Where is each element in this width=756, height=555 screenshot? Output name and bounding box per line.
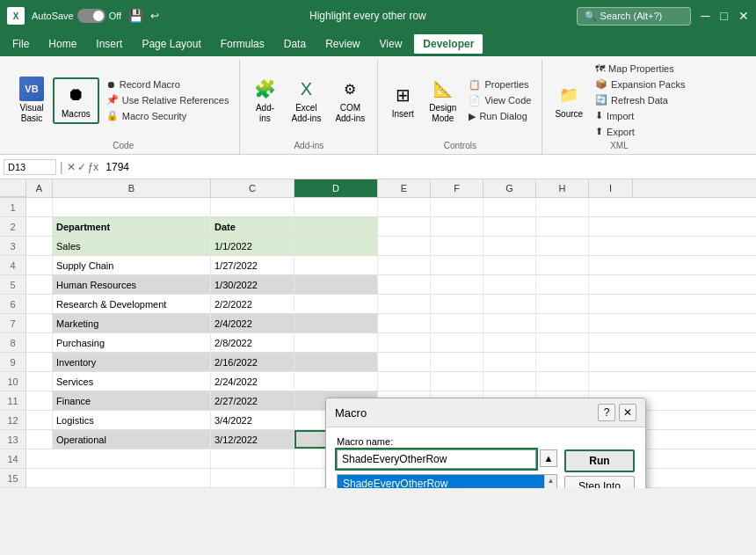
macro-upload-button[interactable]: ▲: [540, 449, 557, 467]
formula-input[interactable]: [102, 159, 752, 175]
cell-a12[interactable]: [26, 411, 53, 429]
cell-c2[interactable]: Date: [211, 217, 294, 236]
cell-d4[interactable]: [294, 256, 378, 274]
addins-button[interactable]: 🧩 Add-ins: [247, 75, 282, 126]
list-item[interactable]: ShadeEveryOtherRow: [338, 475, 556, 488]
cell-b14[interactable]: [26, 449, 211, 468]
cell-a13[interactable]: [26, 430, 53, 449]
cell-f4[interactable]: [431, 256, 483, 274]
cell-h7[interactable]: [536, 314, 589, 332]
cell-d6[interactable]: [294, 295, 378, 313]
excel-addins-button[interactable]: X ExcelAdd-ins: [286, 75, 326, 126]
cell-b6[interactable]: Research & Development: [53, 295, 211, 313]
cell-d10[interactable]: [294, 372, 378, 391]
menu-formulas[interactable]: Formulas: [212, 34, 273, 54]
undo-icon[interactable]: ↩: [150, 10, 159, 22]
cell-e6[interactable]: [378, 295, 431, 313]
cell-b1[interactable]: [53, 198, 211, 216]
cell-d9[interactable]: [294, 353, 378, 371]
cell-g7[interactable]: [483, 314, 536, 332]
cell-b7[interactable]: Marketing: [53, 314, 211, 332]
insert-control-button[interactable]: ⊞ Insert: [385, 81, 420, 120]
cell-a1[interactable]: [26, 198, 53, 216]
expansion-packs-button[interactable]: 📦 Expansion Packs: [592, 77, 688, 91]
cell-e7[interactable]: [378, 314, 431, 332]
cell-a11[interactable]: [26, 391, 53, 410]
cell-g1[interactable]: [483, 198, 536, 216]
cell-h9[interactable]: [536, 353, 589, 371]
cell-c12[interactable]: 3/4/2022: [211, 411, 294, 429]
cell-h4[interactable]: [536, 256, 589, 274]
cell-f10[interactable]: [431, 372, 483, 391]
col-header-g[interactable]: G: [483, 179, 536, 197]
macro-list[interactable]: ShadeEveryOtherRow: [338, 475, 556, 488]
cell-a9[interactable]: [26, 353, 53, 371]
menu-review[interactable]: Review: [316, 34, 368, 54]
visual-basic-button[interactable]: VB VisualBasic: [14, 75, 49, 126]
cell-d5[interactable]: [294, 275, 378, 294]
cell-a4[interactable]: [26, 256, 53, 274]
cell-h8[interactable]: [536, 333, 589, 352]
col-header-i[interactable]: I: [589, 179, 633, 197]
cell-f6[interactable]: [431, 295, 483, 313]
col-header-a[interactable]: A: [26, 179, 53, 197]
cell-d1[interactable]: [294, 198, 378, 216]
cell-a10[interactable]: [26, 372, 53, 391]
cell-e10[interactable]: [378, 372, 431, 391]
cell-c9[interactable]: 2/16/2022: [211, 353, 294, 371]
scroll-down-arrow[interactable]: ▼: [546, 486, 556, 488]
cell-h3[interactable]: [536, 237, 589, 255]
macros-button[interactable]: ⏺ Macros: [53, 77, 99, 124]
macro-security-button[interactable]: 🔒 Macro Security: [103, 108, 233, 123]
cell-g3[interactable]: [483, 237, 536, 255]
macro-name-input[interactable]: [337, 449, 536, 469]
cell-c13[interactable]: 3/12/2022: [211, 430, 294, 449]
dialog-close-button[interactable]: ✕: [619, 404, 636, 421]
cell-e4[interactable]: [378, 256, 431, 274]
refresh-data-button[interactable]: 🔄 Refresh Data: [592, 92, 688, 107]
cell-b8[interactable]: Purchasing: [53, 333, 211, 352]
scroll-up-arrow[interactable]: ▲: [546, 475, 556, 486]
cell-h10[interactable]: [536, 372, 589, 391]
autosave-toggle[interactable]: [77, 9, 105, 23]
cell-f7[interactable]: [431, 314, 483, 332]
search-box[interactable]: 🔍 Search (Alt+?): [577, 7, 691, 26]
step-into-button[interactable]: Step Into: [564, 476, 635, 488]
view-code-button[interactable]: 📄 View Code: [465, 93, 534, 108]
confirm-formula-icon[interactable]: ✓: [77, 161, 86, 173]
menu-insert[interactable]: Insert: [87, 34, 131, 54]
maximize-button[interactable]: □: [721, 9, 728, 23]
dialog-help-button[interactable]: ?: [598, 404, 615, 421]
cell-e3[interactable]: [378, 237, 431, 255]
menu-home[interactable]: Home: [40, 34, 85, 54]
cell-b9[interactable]: Inventory: [53, 353, 211, 371]
save-icon[interactable]: 💾: [128, 9, 143, 23]
cell-e1[interactable]: [378, 198, 431, 216]
macros-btn-inner[interactable]: ⏺ Macros: [56, 81, 96, 120]
menu-file[interactable]: File: [4, 34, 38, 54]
cell-g6[interactable]: [483, 295, 536, 313]
cell-b3[interactable]: Sales: [53, 237, 211, 255]
cell-a8[interactable]: [26, 333, 53, 352]
use-relative-refs-button[interactable]: 📌 Use Relative References: [103, 92, 233, 107]
cell-c1[interactable]: [211, 198, 294, 216]
cell-e5[interactable]: [378, 275, 431, 294]
cell-a7[interactable]: [26, 314, 53, 332]
cell-c7[interactable]: 2/4/2022: [211, 314, 294, 332]
source-button[interactable]: 📁 Source: [549, 81, 588, 120]
cell-d3[interactable]: [294, 237, 378, 255]
col-header-b[interactable]: B: [53, 179, 211, 197]
col-header-e[interactable]: E: [378, 179, 431, 197]
cell-c10[interactable]: 2/24/2022: [211, 372, 294, 391]
cell-e8[interactable]: [378, 333, 431, 352]
minimize-button[interactable]: ─: [701, 9, 710, 23]
menu-page-layout[interactable]: Page Layout: [133, 34, 209, 54]
cell-a2[interactable]: [26, 217, 53, 236]
menu-developer[interactable]: Developer: [412, 33, 484, 55]
cell-g10[interactable]: [483, 372, 536, 391]
cell-c14[interactable]: [211, 449, 294, 468]
cell-f9[interactable]: [431, 353, 483, 371]
col-header-f[interactable]: F: [431, 179, 483, 197]
run-dialog-button[interactable]: ▶ Run Dialog: [465, 109, 534, 124]
cell-c8[interactable]: 2/8/2022: [211, 333, 294, 352]
